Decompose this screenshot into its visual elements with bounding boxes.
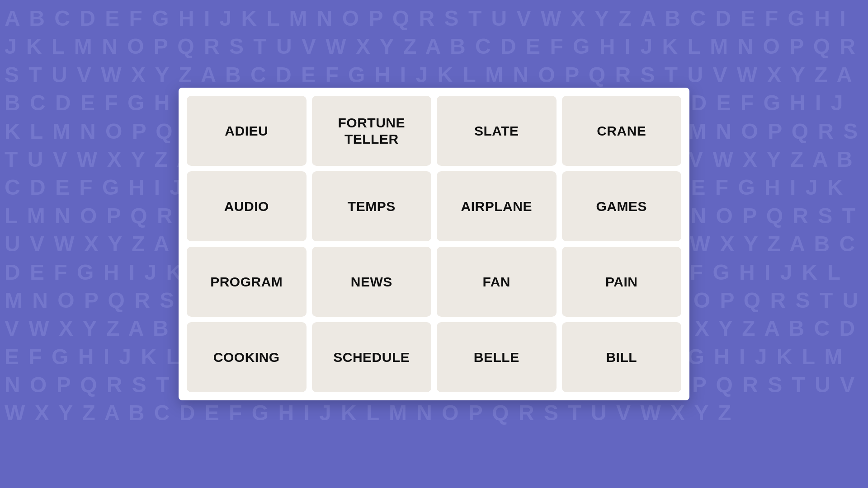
card-audio[interactable]: AUDIO: [187, 171, 307, 241]
card-news[interactable]: NEWS: [312, 247, 432, 317]
card-label-fortune-teller: FORTUNE TELLER: [312, 115, 432, 147]
card-label-airplane: AIRPLANE: [461, 198, 532, 215]
card-label-temps: TEMPS: [348, 198, 396, 215]
card-slate[interactable]: SLATE: [437, 96, 557, 166]
card-games[interactable]: GAMES: [562, 171, 682, 241]
card-label-crane: CRANE: [597, 123, 646, 139]
card-pain[interactable]: PAIN: [562, 247, 682, 317]
card-cooking[interactable]: COOKING: [187, 322, 307, 392]
card-temps[interactable]: TEMPS: [312, 171, 432, 241]
card-label-games: GAMES: [596, 198, 647, 215]
card-label-bill: BILL: [606, 349, 637, 366]
word-grid: ADIEUFORTUNE TELLERSLATECRANEAUDIOTEMPSA…: [187, 96, 681, 392]
card-label-schedule: SCHEDULE: [333, 349, 410, 366]
card-schedule[interactable]: SCHEDULE: [312, 322, 432, 392]
card-crane[interactable]: CRANE: [562, 96, 682, 166]
card-airplane[interactable]: AIRPLANE: [437, 171, 557, 241]
card-label-cooking: COOKING: [213, 349, 280, 366]
card-label-fan: FAN: [483, 274, 511, 290]
card-label-slate: SLATE: [474, 123, 519, 139]
card-fan[interactable]: FAN: [437, 247, 557, 317]
card-label-pain: PAIN: [605, 274, 637, 290]
card-panel: ADIEUFORTUNE TELLERSLATECRANEAUDIOTEMPSA…: [179, 88, 689, 400]
card-adieu[interactable]: ADIEU: [187, 96, 307, 166]
card-belle[interactable]: BELLE: [437, 322, 557, 392]
card-bill[interactable]: BILL: [562, 322, 682, 392]
card-program[interactable]: PROGRAM: [187, 247, 307, 317]
card-label-audio: AUDIO: [224, 198, 269, 215]
card-label-adieu: ADIEU: [225, 123, 268, 139]
card-fortune-teller[interactable]: FORTUNE TELLER: [312, 96, 432, 166]
card-label-program: PROGRAM: [210, 274, 283, 290]
card-label-belle: BELLE: [474, 349, 519, 366]
card-label-news: NEWS: [351, 274, 392, 290]
